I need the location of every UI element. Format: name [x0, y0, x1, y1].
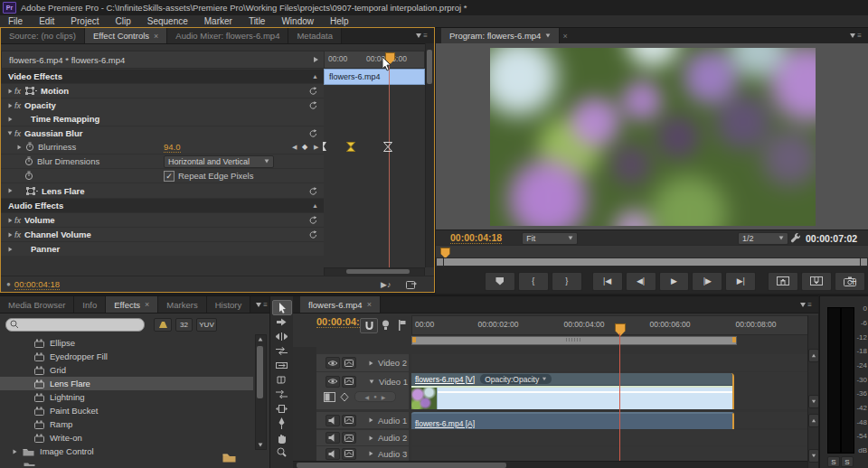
- track-select-tool[interactable]: [272, 315, 290, 329]
- expand-icon[interactable]: [370, 435, 373, 440]
- ec-row-channel-volume[interactable]: fx Channel Volume: [1, 228, 324, 242]
- work-area-bar[interactable]: [411, 336, 737, 345]
- filter-32bit-button[interactable]: 32: [175, 318, 193, 332]
- collapse-icon[interactable]: [8, 132, 13, 136]
- collapse-icon[interactable]: [370, 379, 374, 383]
- ec-row-opacity[interactable]: fx Opacity: [1, 98, 324, 113]
- audio-clip[interactable]: flowers-6.mp4 [A]: [411, 412, 734, 429]
- zoom-level-dropdown[interactable]: Fit: [522, 232, 578, 245]
- close-icon[interactable]: ×: [154, 32, 158, 41]
- sync-lock-toggle[interactable]: [342, 376, 356, 388]
- reset-icon[interactable]: [308, 86, 318, 96]
- marker-bulb-icon[interactable]: [382, 320, 390, 331]
- ec-row-blurriness[interactable]: Blurriness 94.0 ◀ ◆ ▶: [1, 140, 324, 154]
- goto-out-button[interactable]: ▶|: [725, 272, 756, 291]
- show-keyframes-icon[interactable]: [340, 392, 349, 402]
- expand-icon[interactable]: [9, 247, 13, 251]
- scroll-up-icon[interactable]: [259, 338, 263, 342]
- step-back-button[interactable]: ◀|: [626, 272, 656, 291]
- sync-lock-toggle[interactable]: [342, 432, 356, 444]
- stopwatch-icon[interactable]: [25, 142, 34, 152]
- filter-yuv-button[interactable]: YUV: [196, 318, 217, 332]
- track-lane-audio3[interactable]: [411, 446, 807, 461]
- rolling-edit-tool[interactable]: [272, 344, 290, 358]
- reset-icon[interactable]: [308, 215, 318, 225]
- tab-history[interactable]: History: [207, 296, 251, 313]
- ec-clip-bar[interactable]: flowers-6.mp4: [324, 69, 425, 85]
- reset-icon[interactable]: [308, 128, 318, 138]
- play-audio-icon[interactable]: ▶♪: [381, 280, 391, 289]
- expand-icon[interactable]: [14, 449, 17, 454]
- clip-effect-badge[interactable]: Opacity:Opacity: [480, 374, 552, 384]
- set-display-style-icon[interactable]: [324, 392, 335, 402]
- playback-resolution-dropdown[interactable]: 1/2: [738, 232, 788, 245]
- export-icon[interactable]: [406, 279, 418, 289]
- expand-icon[interactable]: [370, 360, 373, 365]
- mark-out-button[interactable]: }: [552, 272, 582, 291]
- track-header-video2[interactable]: Video 2: [316, 354, 409, 371]
- mark-in-button[interactable]: {: [518, 272, 549, 291]
- menu-window[interactable]: Window: [273, 16, 322, 26]
- selection-tool[interactable]: [272, 300, 292, 315]
- collapse-icon[interactable]: ▲: [312, 202, 318, 209]
- track-header-audio3[interactable]: Audio 3: [316, 446, 409, 461]
- tab-sequence[interactable]: flowers-6.mp4×: [300, 296, 381, 313]
- tab-info[interactable]: Info: [74, 296, 106, 313]
- stopwatch-icon[interactable]: [24, 156, 33, 166]
- solo-left-button[interactable]: S: [827, 456, 840, 467]
- menu-sequence[interactable]: Sequence: [139, 16, 196, 26]
- timeline-vscrollbar[interactable]: [807, 315, 818, 468]
- effect-item-lightning[interactable]: Lightning: [0, 390, 253, 404]
- kf-add-icon[interactable]: ●: [373, 394, 377, 399]
- kf-prev-icon[interactable]: ◀: [365, 394, 370, 400]
- expand-icon[interactable]: [370, 418, 373, 423]
- tab-program[interactable]: Program: flowers-6.mp4: [441, 28, 560, 43]
- toggle-track-output[interactable]: [326, 357, 340, 369]
- scroll-up-button[interactable]: [808, 414, 818, 427]
- tab-markers[interactable]: Markers: [158, 296, 206, 313]
- ripple-edit-tool[interactable]: [272, 330, 290, 343]
- kf-next-icon[interactable]: ▶: [382, 394, 386, 400]
- expand-icon[interactable]: [9, 189, 13, 193]
- keyframe-icon[interactable]: [323, 142, 327, 152]
- expand-icon[interactable]: [9, 117, 13, 121]
- ec-row-volume[interactable]: fx Volume: [1, 213, 324, 228]
- toggle-track-mute[interactable]: [326, 448, 340, 460]
- ec-row-blur-dimensions[interactable]: Blur Dimensions Horizontal and Vertical: [1, 154, 324, 169]
- scroll-down-icon[interactable]: [259, 444, 263, 447]
- effect-item-ramp[interactable]: Ramp: [0, 417, 253, 431]
- toggle-track-output[interactable]: [326, 376, 340, 388]
- effects-vscrollbar[interactable]: [255, 334, 267, 450]
- menu-title[interactable]: Title: [241, 16, 274, 26]
- goto-in-button[interactable]: |◀: [592, 272, 623, 291]
- ec-video-effects-header[interactable]: Video Effects ▲: [1, 70, 324, 84]
- ec-clip-header[interactable]: flowers-6.mp4 * flowers-6.mp4: [1, 51, 326, 69]
- expand-icon[interactable]: [9, 103, 13, 108]
- stopwatch-icon[interactable]: [24, 171, 33, 181]
- menu-file[interactable]: File: [0, 16, 31, 26]
- scroll-down-button[interactable]: [808, 449, 818, 463]
- reset-icon[interactable]: [308, 100, 318, 110]
- toggle-track-mute[interactable]: [326, 432, 340, 444]
- slide-tool[interactable]: [272, 402, 290, 416]
- menu-marker[interactable]: Marker: [196, 16, 241, 26]
- keyframe-nav-pill[interactable]: ◀ ● ▶: [354, 391, 396, 402]
- track-header-video1[interactable]: Video 1 ◀ ● ▶: [316, 372, 409, 409]
- effect-item-paint-bucket[interactable]: Paint Bucket: [0, 404, 253, 417]
- search-input[interactable]: [5, 318, 145, 332]
- blurriness-value[interactable]: 94.0: [164, 142, 181, 153]
- solo-right-button[interactable]: S: [841, 456, 854, 467]
- menu-clip[interactable]: Clip: [107, 16, 138, 26]
- ec-ruler[interactable]: 00:00 00:00:05:00: [324, 51, 425, 69]
- step-forward-button[interactable]: |▶: [692, 272, 722, 291]
- ec-current-time[interactable]: 00:00:04:18: [14, 279, 60, 290]
- scroll-up-button[interactable]: [808, 349, 818, 362]
- track-header-audio1[interactable]: Audio 1: [316, 412, 409, 428]
- expand-icon[interactable]: [9, 89, 13, 93]
- extract-button[interactable]: [801, 272, 832, 291]
- ec-row-motion[interactable]: fx Motion: [1, 84, 324, 98]
- tab-audio-mixer[interactable]: Audio Mixer: flowers-6.mp4: [167, 28, 288, 43]
- track-lane-audio2[interactable]: [411, 430, 807, 445]
- timeline-hscrollbar[interactable]: [293, 461, 807, 468]
- new-custom-bin-icon[interactable]: [222, 452, 236, 463]
